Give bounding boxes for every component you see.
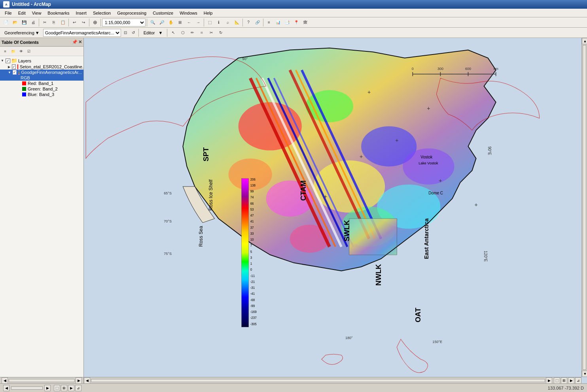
find-button[interactable]: ⌕ [223,18,232,27]
undo-button[interactable]: ↩ [70,18,79,27]
globe-btn[interactable]: ⊿ [575,377,581,384]
copy-button[interactable]: ⎘ [49,18,58,27]
hyperlink-button[interactable]: 🔗 [253,18,262,27]
statusbar-hscroll[interactable] [11,386,43,390]
save-button[interactable]: 💾 [20,18,28,27]
map-vscroll[interactable]: ▲ ▼ [581,38,587,377]
svg-text:-305: -305 [250,322,257,326]
svg-text:300: 300 [437,67,443,71]
map-hscroll[interactable]: ◀ ▶ ⬚ ⊞ ▶ ⊿ [84,377,581,383]
georeferencing-dropdown-btn[interactable]: Georeferencing ▼ [2,29,42,36]
svg-text:-31: -31 [250,286,255,290]
menu-windows[interactable]: Windows [176,10,201,16]
map-area[interactable]: + + + + + + + SPT CTAM SWLK NWLK OAT Eas… [84,38,587,383]
toc-list-by-visibility[interactable]: 👁 [17,48,25,55]
zoom-in-button[interactable]: 🔍 [148,18,157,27]
legend-green-band: Green: Band_2 [0,86,83,92]
svg-text:10: 10 [250,238,254,241]
status-view-btn4[interactable]: ⊿ [75,385,81,391]
data-view-btn[interactable]: ⊞ [561,377,567,384]
full-extent-button[interactable]: ⊞ [176,18,184,27]
table-of-contents-panel: Table Of Contents 📌 ✕ ≡ 📁 👁 ☑ ▼ 📁 Layers [0,38,84,383]
svg-text:Vostok: Vostok [420,155,433,159]
edit-vertices-btn[interactable]: ⬡ [178,28,187,37]
new-button[interactable]: 📄 [2,18,10,27]
print-button[interactable]: 🖨 [29,18,38,27]
toc-list-by-selection[interactable]: ☑ [25,48,32,55]
menu-geoprocessing[interactable]: Geoprocessing [114,10,150,16]
hscroll-right-btn[interactable]: ▶ [546,377,552,384]
layers-group-header[interactable]: ▼ 📁 Layers [0,57,83,64]
map-tips-button[interactable]: ? [244,18,253,27]
preview-btn[interactable]: ▶ [568,377,574,384]
pan-button[interactable]: ✋ [167,18,175,27]
layout-view-btn[interactable]: ⬚ [554,377,560,384]
svg-text:NWLK: NWLK [375,264,382,286]
layer-select[interactable]: GoodgeFinnAeromagneticsAntarc... [43,29,121,37]
toc-hscroll[interactable] [9,379,75,382]
layers-group-checkbox[interactable] [6,58,10,63]
reshape-btn[interactable]: ⌗ [197,28,206,37]
identify-button[interactable]: ℹ [214,18,223,27]
menu-selection[interactable]: Selection [90,10,114,16]
hscroll-left-btn[interactable]: ◀ [84,377,90,384]
hscroll-track[interactable] [91,379,545,382]
paste-button[interactable]: 📋 [59,18,67,27]
svg-text:74: 74 [250,196,254,199]
status-view-btn3[interactable]: ▶ [68,385,74,391]
menu-bookmarks[interactable]: Bookmarks [44,10,72,16]
cut-button[interactable]: ✂ [40,18,49,27]
svg-text:66: 66 [250,202,254,205]
chart-btn[interactable]: 📊 [274,18,282,27]
layer2-checkbox[interactable] [13,70,17,75]
split-btn[interactable]: ✂ [207,28,216,37]
vscroll-up-btn[interactable]: ▲ [582,38,587,44]
toc-list-by-drawing-order[interactable]: ≡ [2,48,9,55]
vscroll-thumb[interactable] [583,45,586,370]
measure-button[interactable]: 📐 [233,18,241,27]
svg-text:+: + [439,177,442,184]
menu-view[interactable]: View [29,10,45,16]
menu-help[interactable]: Help [201,10,216,16]
toc-pin-icon[interactable]: 📌 [72,40,78,45]
svg-text:90°E: 90°E [487,146,492,155]
rotate-btn[interactable]: ↻ [216,28,225,37]
report-btn[interactable]: 📑 [283,18,292,27]
menu-customize[interactable]: Customize [150,10,176,16]
zoom-out-button[interactable]: 🔎 [157,18,166,27]
table-btn[interactable]: ≡ [265,18,273,27]
svg-text:+: + [360,153,363,160]
toc-close-icon[interactable]: ✕ [78,40,82,45]
svg-text:600: 600 [465,67,471,71]
scroll-right-btn[interactable]: ▶ [76,377,82,384]
statusbar-scroll-left[interactable]: ◀ [3,385,9,391]
geocode-btn[interactable]: 📍 [292,18,301,27]
menu-edit[interactable]: Edit [15,10,29,16]
open-button[interactable]: 📂 [11,18,19,27]
add-data-button[interactable]: ⊕ [91,18,99,27]
sketch-tool-btn[interactable]: ✏ [188,28,197,37]
green-swatch [22,87,26,91]
red-band-name: Band_1 [38,81,53,86]
redo-button[interactable]: ↪ [79,18,88,27]
scale-dropdown[interactable]: 1:15,000,000 [102,19,146,26]
edit-tool-btn[interactable]: ↖ [169,28,178,37]
status-view-btn2[interactable]: ⊞ [61,385,67,391]
menu-insert[interactable]: Insert [72,10,90,16]
vscroll-down-btn[interactable]: ▼ [582,371,587,377]
toc-list-by-source[interactable]: 📁 [9,48,17,55]
status-view-btn1[interactable]: ⬚ [54,385,60,391]
fit-to-display-btn[interactable]: ⊡ [122,29,129,36]
scroll-left-btn[interactable]: ◀ [2,377,8,384]
fwd-extent-button[interactable]: → [194,18,203,27]
network-btn[interactable]: 🕸 [301,18,310,27]
toc-layer-aeromagnetics[interactable]: ▼ GoodgeFinnAeromagneticsAr... [0,70,83,75]
menu-file[interactable]: File [2,10,15,16]
editor-dropdown-btn[interactable]: ▼ [155,29,165,36]
back-extent-button[interactable]: ← [185,18,193,27]
layer1-checkbox[interactable] [12,64,16,69]
toc-layer-coastline[interactable]: ▶ Seton_etal_ESR2012_Coastline... [0,64,83,70]
select-button[interactable]: ⬚ [205,18,214,27]
statusbar-scroll-right[interactable]: ▶ [44,385,51,391]
update-georef-btn[interactable]: ↺ [130,29,137,36]
